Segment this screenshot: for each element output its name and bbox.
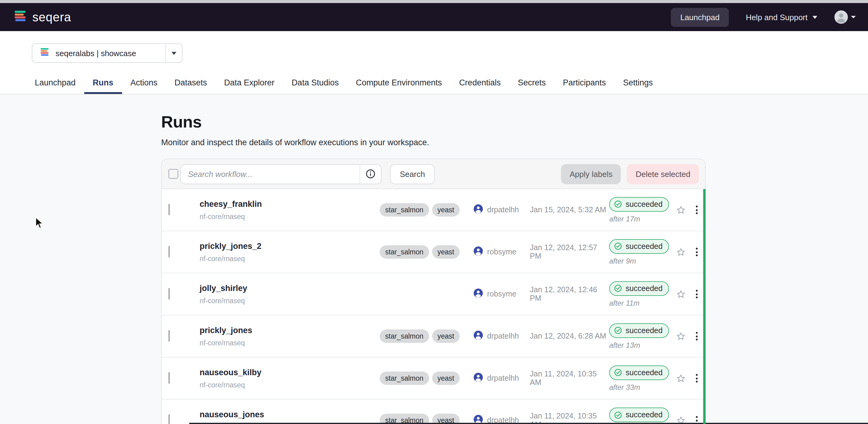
run-label-pill: yeast	[432, 329, 460, 343]
run-user: robsyme	[487, 248, 517, 256]
user-avatar-icon	[474, 246, 483, 258]
star-button[interactable]	[672, 205, 689, 215]
run-label-pill: star_salmon	[380, 203, 429, 217]
status-label: succeeded	[626, 200, 662, 208]
workspace-selector[interactable]: seqeralabs | showcase	[32, 43, 183, 63]
star-button[interactable]	[672, 373, 689, 384]
tab-settings[interactable]: Settings	[614, 73, 661, 94]
delete-selected-button[interactable]: Delete selected	[627, 164, 699, 184]
star-icon	[675, 289, 686, 299]
run-date: Jan 11, 2024, 10:35 AM	[530, 412, 609, 424]
search-info-icon[interactable]	[360, 164, 381, 183]
launchpad-button[interactable]: Launchpad	[671, 8, 729, 27]
status-badge: succeeded	[609, 197, 669, 211]
search-button[interactable]: Search	[390, 164, 435, 184]
run-name-link[interactable]: cheesy_franklin	[199, 199, 380, 209]
row-checkbox[interactable]	[168, 288, 170, 299]
table-row[interactable]: cheesy_franklin nf-core/rnaseq star_salm…	[162, 189, 705, 231]
tab-participants[interactable]: Participants	[554, 73, 614, 94]
run-label-pill: yeast	[432, 414, 460, 424]
row-checkbox[interactable]	[168, 372, 170, 384]
star-icon	[675, 247, 686, 257]
run-date: Jan 15, 2024, 5:32 AM	[530, 205, 609, 214]
tab-compute-environments[interactable]: Compute Environments	[347, 73, 451, 94]
search-input[interactable]	[181, 164, 360, 183]
tab-runs[interactable]: Runs	[84, 73, 122, 94]
run-pipeline: nf-core/rnaseq	[199, 213, 380, 220]
runs-toolbar: Search Apply labels Delete selected	[162, 159, 705, 189]
run-labels: star_salmonyeast	[380, 329, 474, 343]
check-circle-icon	[614, 368, 622, 377]
user-menu[interactable]	[834, 10, 856, 24]
tab-secrets[interactable]: Secrets	[509, 73, 555, 94]
tab-datasets[interactable]: Datasets	[166, 73, 216, 94]
row-checkbox[interactable]	[168, 204, 170, 215]
star-icon	[675, 373, 686, 384]
check-circle-icon	[614, 284, 622, 292]
tab-actions[interactable]: Actions	[122, 73, 166, 94]
window-top-edge	[0, 0, 868, 3]
tab-data-explorer[interactable]: Data Explorer	[215, 73, 283, 94]
chevron-down-icon	[851, 16, 856, 18]
run-label-pill: star_salmon	[380, 329, 429, 343]
row-menu-button[interactable]	[689, 203, 704, 217]
run-labels: star_salmonyeast	[380, 203, 474, 217]
check-circle-icon	[614, 411, 622, 419]
table-row[interactable]: prickly_jones_2 nf-core/rnaseq star_salm…	[162, 231, 705, 273]
tab-launchpad[interactable]: Launchpad	[26, 73, 84, 94]
apply-labels-button[interactable]: Apply labels	[561, 164, 621, 184]
run-duration: after 11m	[609, 299, 640, 307]
select-all-checkbox[interactable]	[168, 169, 178, 179]
row-menu-button[interactable]	[689, 287, 704, 301]
run-date: Jan 12, 2024, 12:46 PM	[530, 286, 609, 303]
run-labels: star_salmonyeast	[380, 245, 474, 259]
run-user: drpatelhh	[487, 374, 519, 383]
table-row[interactable]: jolly_shirley nf-core/rnaseq robsyme Jan…	[162, 273, 705, 315]
row-menu-button[interactable]	[689, 329, 704, 343]
search-input-group	[180, 164, 381, 184]
row-menu-button[interactable]	[689, 245, 704, 259]
check-circle-icon	[614, 200, 622, 208]
run-user: robsyme	[487, 290, 517, 298]
run-duration: after 9m	[609, 257, 636, 265]
check-circle-icon	[614, 326, 622, 334]
app-window: seqera Launchpad Help and Support	[0, 0, 868, 424]
star-button[interactable]	[672, 247, 689, 257]
avatar	[834, 10, 848, 24]
row-menu-button[interactable]	[689, 414, 704, 424]
run-label-pill: star_salmon	[380, 371, 429, 385]
status-label: succeeded	[626, 284, 662, 293]
workspace-dropdown-toggle[interactable]	[165, 44, 182, 62]
run-date: Jan 11, 2024, 10:35 AM	[530, 370, 609, 387]
run-name-link[interactable]: jolly_shirley	[199, 284, 380, 293]
run-name-link[interactable]: nauseous_kilby	[199, 368, 380, 377]
table-row[interactable]: nauseous_jones nf-core/rnaseq star_salmo…	[162, 399, 705, 424]
page-title: Runs	[161, 113, 706, 132]
table-row[interactable]: nauseous_kilby nf-core/rnaseq star_salmo…	[162, 357, 705, 399]
row-checkbox[interactable]	[168, 330, 170, 341]
run-date: Jan 12, 2024, 12:57 PM	[530, 243, 609, 261]
run-user: drpatelhh	[487, 205, 519, 214]
help-and-support-label: Help and Support	[746, 12, 808, 22]
seqera-brand[interactable]: seqera	[13, 9, 71, 25]
run-name-link[interactable]: prickly_jones_2	[199, 241, 380, 251]
page-content: Runs Monitor and inspect the details of …	[0, 113, 868, 424]
page-subtitle: Monitor and inspect the details of workf…	[161, 138, 706, 147]
star-button[interactable]	[672, 289, 689, 299]
help-and-support-menu[interactable]: Help and Support	[746, 12, 817, 22]
tab-credentials[interactable]: Credentials	[451, 73, 509, 94]
run-name-link[interactable]: nauseous_jones	[199, 410, 380, 419]
top-navbar: seqera Launchpad Help and Support	[0, 3, 868, 31]
status-label: succeeded	[626, 242, 662, 251]
table-row[interactable]: prickly_jones nf-core/rnaseq star_salmon…	[162, 315, 705, 357]
status-badge: succeeded	[609, 281, 669, 296]
row-checkbox[interactable]	[168, 246, 170, 257]
run-name-link[interactable]: prickly_jones	[199, 326, 380, 335]
tab-data-studios[interactable]: Data Studios	[283, 73, 347, 94]
row-checkbox[interactable]	[168, 414, 170, 424]
runs-list: cheesy_franklin nf-core/rnaseq star_salm…	[162, 189, 705, 424]
run-label-pill: star_salmon	[380, 414, 429, 424]
status-badge: succeeded	[609, 407, 669, 422]
row-menu-button[interactable]	[689, 371, 704, 385]
star-button[interactable]	[672, 331, 689, 341]
